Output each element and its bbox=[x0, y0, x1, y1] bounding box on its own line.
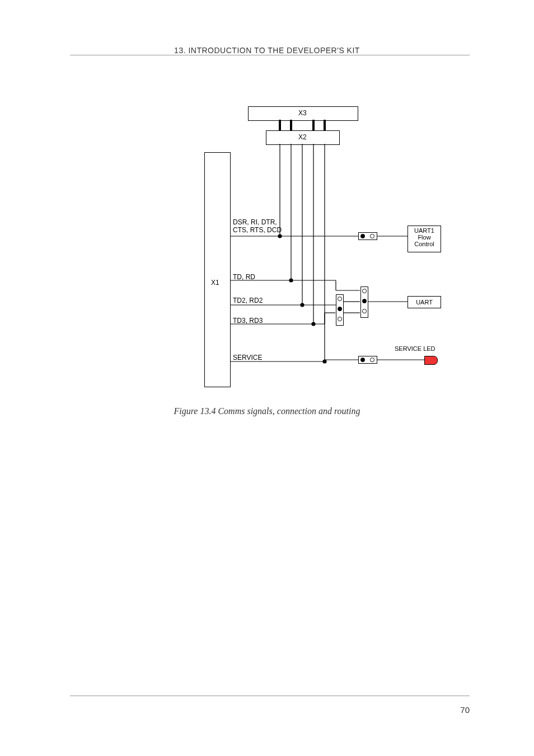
comms-diagram: X1 X3 X2 UART1 Flow Control UART SERVICE… bbox=[202, 106, 448, 392]
page-number: 70 bbox=[460, 705, 470, 715]
svg-point-17 bbox=[301, 303, 304, 307]
svg-point-13 bbox=[289, 279, 293, 282]
diagram-wires bbox=[202, 106, 448, 392]
svg-point-26 bbox=[323, 360, 326, 363]
svg-point-21 bbox=[312, 322, 315, 326]
figure-caption: Figure 13.4 Comms signals, connection an… bbox=[0, 406, 534, 416]
footer-rule bbox=[70, 696, 470, 696]
page-header: 13. INTRODUCTION TO THE DEVELOPER'S KIT bbox=[0, 46, 534, 55]
header-rule bbox=[70, 55, 470, 55]
svg-point-10 bbox=[278, 234, 282, 238]
